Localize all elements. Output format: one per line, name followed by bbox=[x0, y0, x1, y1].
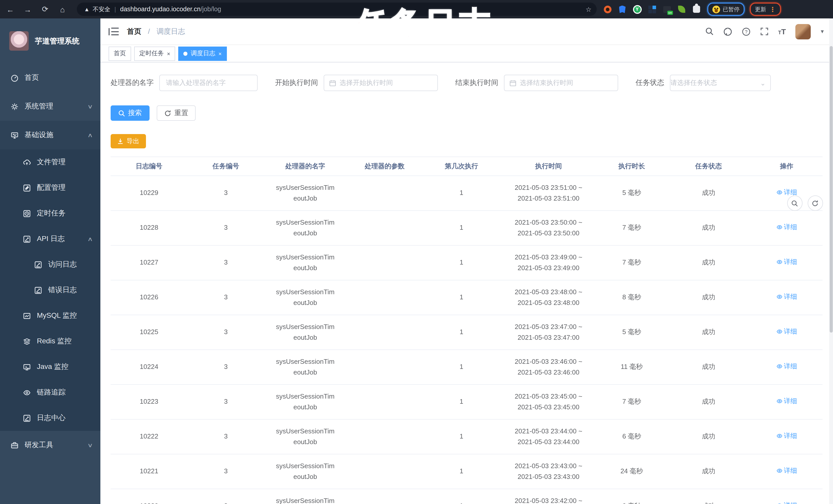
filter-label: 处理器的名字 bbox=[111, 78, 153, 87]
window-scrollbar[interactable] bbox=[829, 19, 833, 504]
placeholder-text: 选择开始执行时间 bbox=[339, 78, 393, 87]
main-panel: 首页 / 调度日志 ? T bbox=[100, 19, 833, 504]
back-icon[interactable]: ← bbox=[3, 2, 18, 16]
extension-orange-icon[interactable] bbox=[603, 5, 612, 14]
begin-time-input[interactable]: 选择开始执行时间 bbox=[324, 75, 438, 91]
search-button[interactable]: 搜索 bbox=[111, 105, 149, 121]
chevron-down-icon[interactable]: ▼ bbox=[820, 29, 825, 34]
log-icon bbox=[34, 286, 42, 294]
exec-time-cell: 2021-05-03 23:51:00 ~2021-05-03 23:51:00 bbox=[500, 182, 597, 204]
avatar[interactable] bbox=[795, 24, 810, 39]
sidebar-item-system-management[interactable]: 系统管理∨ bbox=[0, 92, 100, 121]
sidebar-item-label: 访问日志 bbox=[48, 260, 77, 269]
detail-link[interactable]: 详细 bbox=[776, 292, 797, 302]
bookmark-star-icon[interactable]: ☆ bbox=[586, 5, 592, 13]
extension-grid-icon[interactable] bbox=[647, 5, 657, 14]
extension-y-icon[interactable]: Y bbox=[633, 5, 642, 14]
duration-cell: 5 毫秒 bbox=[597, 327, 666, 338]
tab-job-log[interactable]: 调度日志× bbox=[178, 46, 227, 60]
exec-index-cell: 1 bbox=[423, 188, 500, 199]
detail-link-label: 详细 bbox=[784, 396, 797, 407]
handler-name-cell: sysUserSessionTimeoutJob bbox=[264, 287, 346, 308]
sidebar-item-scheduled-task[interactable]: 定时任务 bbox=[0, 201, 100, 226]
task-id-cell: 3 bbox=[187, 223, 264, 233]
home-icon[interactable]: ⌂ bbox=[55, 2, 70, 16]
status-cell: 成功 bbox=[666, 501, 751, 504]
toggle-search-button[interactable] bbox=[787, 196, 802, 211]
reload-icon[interactable]: ⟳ bbox=[38, 2, 52, 16]
tab-home[interactable]: 首页 bbox=[109, 46, 131, 60]
extension-shield-icon[interactable] bbox=[618, 5, 627, 14]
sidebar-menu: 首页系统管理∨基础设施∧文件管理配置管理定时任务API 日志∧访问日志错误日志M… bbox=[0, 64, 100, 459]
breadcrumb-separator: / bbox=[148, 27, 150, 35]
exec-time-cell: 2021-05-03 23:49:00 ~2021-05-03 23:49:00 bbox=[500, 252, 597, 273]
detail-link[interactable]: 详细 bbox=[776, 465, 797, 476]
log-id-cell: 10225 bbox=[111, 327, 187, 338]
end-time-input[interactable]: 选择结束执行时间 bbox=[504, 75, 618, 91]
close-tab-icon[interactable]: × bbox=[218, 50, 222, 56]
sidebar-item-label: 定时任务 bbox=[37, 209, 66, 218]
detail-link[interactable]: 详细 bbox=[776, 222, 797, 233]
extension-leaf-icon[interactable] bbox=[677, 5, 686, 14]
fullscreen-icon[interactable] bbox=[760, 27, 769, 36]
sidebar-item-log-center[interactable]: 日志中心 bbox=[0, 405, 100, 431]
detail-link[interactable]: 详细 bbox=[776, 326, 797, 337]
handler-name-cell: sysUserSessionTimeoutJob bbox=[264, 356, 346, 378]
help-icon[interactable]: ? bbox=[742, 27, 751, 36]
handler-name-input[interactable]: 请输入处理器的名字 bbox=[159, 75, 258, 91]
handler-name-cell: sysUserSessionTimeoutJob bbox=[264, 322, 346, 343]
sidebar-item-home[interactable]: 首页 bbox=[0, 64, 100, 92]
paused-badge[interactable]: 已暂停 bbox=[707, 3, 745, 16]
sidebar-item-api-log[interactable]: API 日志∧ bbox=[0, 226, 100, 252]
sidebar-item-trace[interactable]: 链路追踪 bbox=[0, 380, 100, 405]
exec-time-cell: 2021-05-03 23:43:00 ~2021-05-03 23:43:00 bbox=[500, 461, 597, 482]
export-button[interactable]: 导出 bbox=[111, 134, 146, 148]
browser-menu-icon[interactable]: ⋮ bbox=[769, 5, 776, 13]
sidebar-item-redis-monitor[interactable]: Redis 监控 bbox=[0, 328, 100, 354]
scrollbar-thumb[interactable] bbox=[829, 46, 832, 333]
refresh-table-button[interactable] bbox=[807, 196, 823, 211]
browser-window: ← → ⟳ ⌂ ▲ 不安全 | dashboard.yudao.iocoder.… bbox=[0, 0, 833, 504]
detail-link[interactable]: 详细 bbox=[776, 257, 797, 268]
sidebar-item-error-log[interactable]: 错误日志 bbox=[0, 277, 100, 303]
update-badge-label: 更新 bbox=[755, 5, 766, 13]
sidebar-item-file-management[interactable]: 文件管理 bbox=[0, 149, 100, 175]
handler-name-cell: sysUserSessionTimeoutJob bbox=[264, 426, 346, 447]
sidebar-item-mysql-monitor[interactable]: MySQL 监控 bbox=[0, 303, 100, 328]
detail-link[interactable]: 详细 bbox=[776, 396, 797, 407]
font-size-icon[interactable]: TT bbox=[778, 27, 786, 36]
tab-label: 调度日志 bbox=[191, 49, 215, 58]
handler-name-cell: sysUserSessionTimeoutJob bbox=[264, 217, 346, 238]
detail-link[interactable]: 详细 bbox=[776, 431, 797, 442]
overlay-annotation: 任务日志 bbox=[356, 3, 494, 45]
github-icon[interactable] bbox=[723, 27, 733, 36]
detail-link[interactable]: 详细 bbox=[776, 361, 797, 372]
sidebar-item-dev-tools[interactable]: 研发工具∨ bbox=[0, 431, 100, 459]
sidebar-item-access-log[interactable]: 访问日志 bbox=[0, 252, 100, 277]
sidebar-item-config-management[interactable]: 配置管理 bbox=[0, 175, 100, 201]
content: 处理器的名字请输入处理器的名字开始执行时间选择开始执行时间结束执行时间选择结束执… bbox=[100, 62, 833, 504]
update-badge[interactable]: 更新 ⋮ bbox=[750, 3, 781, 16]
search-icon[interactable] bbox=[706, 27, 714, 36]
sidebar-item-java-monitor[interactable]: Java 监控 bbox=[0, 354, 100, 380]
handler-name-cell: sysUserSessionTimeoutJob bbox=[264, 391, 346, 412]
detail-link-label: 详细 bbox=[784, 361, 797, 372]
task-id-cell: 3 bbox=[187, 257, 264, 268]
duration-cell: 7 毫秒 bbox=[597, 397, 666, 407]
extension-on-icon[interactable]: on bbox=[662, 5, 671, 14]
hamburger-icon[interactable] bbox=[109, 27, 119, 35]
sidebar-item-infrastructure[interactable]: 基础设施∧ bbox=[0, 121, 100, 149]
reset-button[interactable]: 重置 bbox=[157, 105, 196, 121]
address-bar[interactable]: ▲ 不安全 | dashboard.yudao.iocoder.cn /job/… bbox=[77, 3, 597, 16]
exec-index-cell: 1 bbox=[423, 466, 500, 477]
table-row: 102203sysUserSessionTimeoutJob12021-05-0… bbox=[111, 489, 823, 504]
filter-form: 处理器的名字请输入处理器的名字开始执行时间选择开始执行时间结束执行时间选择结束执… bbox=[111, 75, 823, 91]
close-tab-icon[interactable]: × bbox=[167, 50, 170, 56]
task-status-select[interactable]: 请选择任务状态⌄ bbox=[670, 75, 771, 91]
app-logo-row[interactable]: 芋道管理系统 bbox=[0, 19, 100, 64]
detail-link[interactable]: 详细 bbox=[776, 500, 797, 504]
extension-puzzle-icon[interactable] bbox=[692, 5, 701, 14]
tab-scheduled-task[interactable]: 定时任务× bbox=[134, 46, 175, 60]
forward-icon[interactable]: → bbox=[21, 2, 35, 16]
breadcrumb-home[interactable]: 首页 bbox=[127, 27, 141, 35]
